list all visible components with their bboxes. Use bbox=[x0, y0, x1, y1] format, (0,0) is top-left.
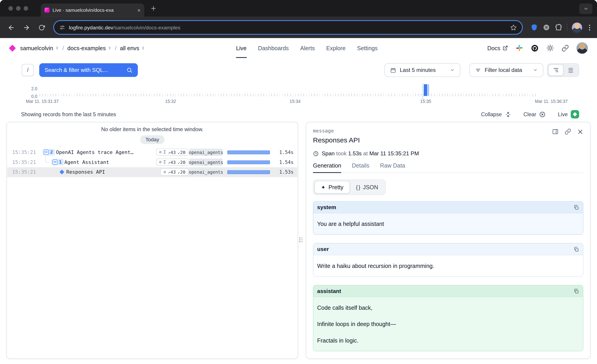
window-minimize-button[interactable] bbox=[16, 6, 21, 11]
nav-alerts[interactable]: Alerts bbox=[300, 38, 315, 58]
clear-button[interactable]: Clear bbox=[524, 111, 546, 118]
y-tick-label: 0.0 bbox=[23, 94, 37, 99]
share-link-icon[interactable] bbox=[562, 44, 569, 52]
breadcrumb-env[interactable]: all envs bbox=[120, 45, 145, 51]
message-text: You are a helpful assistant bbox=[317, 221, 579, 227]
browser-menu-icon[interactable] bbox=[587, 25, 592, 30]
scope-tag: openai_agents bbox=[189, 158, 223, 166]
breadcrumb-project[interactable]: docs-examples bbox=[67, 45, 111, 51]
role-label: user bbox=[317, 246, 329, 252]
toolbar-divider bbox=[567, 24, 567, 31]
showing-records-text: Showing records from the last 5 minutes bbox=[21, 111, 116, 117]
collapse-button[interactable]: Collapse bbox=[481, 111, 511, 118]
copy-icon[interactable] bbox=[573, 204, 579, 210]
clear-circle-x-icon bbox=[539, 111, 546, 118]
logfire-logo-icon[interactable] bbox=[9, 45, 16, 52]
live-toggle[interactable]: Live bbox=[558, 110, 579, 119]
row-timestamp: 15:35:21 bbox=[12, 150, 36, 155]
tab-details[interactable]: Details bbox=[352, 162, 369, 173]
reload-button[interactable] bbox=[35, 21, 48, 34]
breadcrumb: samuelcolvin / docs-examples / all envs bbox=[20, 45, 145, 51]
chevron-updown-icon bbox=[141, 46, 145, 51]
extensions-area bbox=[528, 22, 592, 32]
copy-icon[interactable] bbox=[573, 288, 579, 294]
sigma-icon: Σ bbox=[164, 150, 166, 155]
tab-search-button[interactable] bbox=[579, 3, 592, 14]
timeline-cursor-line bbox=[423, 83, 423, 99]
back-button[interactable] bbox=[5, 21, 17, 34]
role-label: system bbox=[317, 204, 336, 210]
json-view-button[interactable]: { }JSON bbox=[350, 181, 384, 194]
forward-button[interactable] bbox=[20, 21, 33, 34]
github-icon[interactable] bbox=[531, 44, 539, 52]
span-duration-line: Span took 1.53s at Mar 11 15:35:21 PM bbox=[313, 150, 583, 157]
records-panel: No older items in the selected time wind… bbox=[7, 122, 298, 359]
app-header: samuelcolvin / docs-examples / all envs … bbox=[0, 38, 597, 58]
tokens-in: ↗43 bbox=[168, 159, 176, 165]
y-tick-label: 2.0 bbox=[23, 86, 37, 91]
trace-row[interactable]: 15:35:21 2 OpenAI Agents trace Agent… ⊘Σ… bbox=[7, 147, 297, 157]
external-link-icon bbox=[503, 46, 508, 51]
window-controls bbox=[8, 6, 28, 11]
null-icon: ⊘ bbox=[164, 170, 166, 174]
duration-bar bbox=[227, 150, 270, 154]
message-text: Code calls itself back, bbox=[317, 304, 579, 311]
tree-view-button[interactable] bbox=[548, 64, 563, 76]
browser-tab[interactable]: Live · samuelcolvin/docs-exa × bbox=[41, 3, 144, 17]
tab-title: Live · samuelcolvin/docs-exa bbox=[53, 8, 134, 13]
shield-extension-icon[interactable] bbox=[530, 24, 538, 31]
collapse-count-badge[interactable]: 1 bbox=[51, 159, 63, 166]
nav-explore[interactable]: Explore bbox=[326, 38, 346, 58]
trace-row[interactable]: 15:35:21 1 Agent Assistant ⊘Σ↗43↙20 open… bbox=[7, 157, 297, 167]
detail-tabs: Generation Details Raw Data bbox=[313, 162, 583, 173]
message-text: Write a haiku about recursion in program… bbox=[317, 262, 579, 269]
duration-text: 1.54s bbox=[279, 159, 293, 165]
tokens-out: ↙20 bbox=[178, 150, 186, 155]
puzzle-extensions-icon[interactable] bbox=[555, 24, 562, 31]
nav-settings[interactable]: Settings bbox=[357, 38, 377, 58]
timeline-chart[interactable]: 2.0 0.0 Mar 11. 15:31:37 15:32 15:34 15:… bbox=[0, 81, 597, 105]
filter-local-dropdown[interactable]: Filter local data bbox=[470, 63, 543, 77]
span-title: Agent Assistant bbox=[64, 159, 109, 165]
search-sql-button[interactable]: Search & filter with SQL... bbox=[39, 63, 138, 77]
pretty-view-button[interactable]: ✦Pretty bbox=[314, 181, 350, 194]
no-older-items-note: No older items in the selected time wind… bbox=[7, 126, 298, 132]
breadcrumb-org[interactable]: samuelcolvin bbox=[20, 45, 59, 51]
site-settings-icon[interactable] bbox=[59, 25, 65, 30]
window-zoom-button[interactable] bbox=[24, 6, 28, 11]
side-panel-icon[interactable] bbox=[552, 128, 558, 135]
docs-link[interactable]: Docs bbox=[487, 45, 508, 51]
theme-sun-icon[interactable] bbox=[546, 44, 554, 52]
user-avatar[interactable] bbox=[576, 42, 588, 54]
flat-view-button[interactable] bbox=[564, 64, 578, 76]
timeline-spike-bar[interactable] bbox=[424, 84, 427, 96]
trace-row-selected[interactable]: 15:35:21 Responses API ⊘↗43↙20 openai_ag… bbox=[7, 167, 297, 177]
round-extension-icon[interactable] bbox=[542, 24, 550, 31]
tab-raw-data[interactable]: Raw Data bbox=[380, 162, 405, 173]
panel-resize-handle[interactable] bbox=[299, 237, 302, 242]
permalink-icon[interactable] bbox=[565, 128, 571, 135]
time-range-dropdown[interactable]: Last 5 minutes bbox=[385, 63, 460, 77]
window-close-button[interactable] bbox=[8, 6, 13, 11]
tab-close-icon[interactable]: × bbox=[137, 8, 141, 13]
slack-icon[interactable] bbox=[515, 44, 523, 52]
scope-tag: openai_agents bbox=[189, 149, 223, 156]
day-pill[interactable]: Today bbox=[140, 135, 165, 144]
browser-profile-avatar[interactable] bbox=[572, 22, 582, 32]
bookmark-star-icon[interactable] bbox=[510, 24, 517, 31]
nav-dashboards[interactable]: Dashboards bbox=[258, 38, 289, 58]
breadcrumb-separator: / bbox=[62, 45, 64, 51]
detail-panel: message Responses API Span took 1.53s at… bbox=[306, 122, 590, 359]
new-tab-button[interactable] bbox=[150, 5, 157, 12]
main-nav: Live Dashboards Alerts Explore Settings bbox=[236, 38, 378, 58]
chevron-updown-icon bbox=[108, 46, 111, 51]
url-bar[interactable]: logfire.pydantic.dev/samuelcolvin/docs-e… bbox=[53, 20, 523, 35]
collapse-count-badge[interactable]: 2 bbox=[43, 149, 55, 156]
slash-shortcut-key[interactable]: / bbox=[22, 64, 34, 76]
copy-icon[interactable] bbox=[573, 246, 579, 252]
close-icon[interactable] bbox=[577, 129, 583, 135]
sparkles-icon: ✦ bbox=[321, 184, 325, 190]
breadcrumb-separator: / bbox=[115, 45, 117, 51]
tab-generation[interactable]: Generation bbox=[313, 162, 341, 173]
nav-live[interactable]: Live bbox=[236, 38, 246, 58]
